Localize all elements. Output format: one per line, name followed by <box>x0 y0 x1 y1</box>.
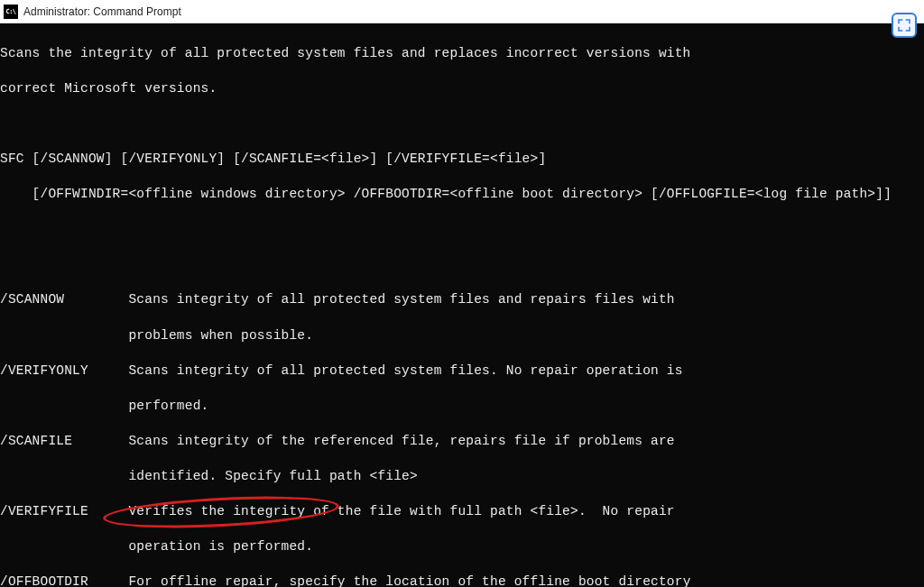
expand-icon <box>896 17 912 33</box>
output-line: Scans the integrity of all protected sys… <box>0 45 924 63</box>
output-blank <box>0 221 924 239</box>
output-line: SFC [/SCANNOW] [/VERIFYONLY] [/SCANFILE=… <box>0 151 924 169</box>
option-desc: For offline repair, specify the location… <box>128 574 690 587</box>
option-key: /VERIFYFILE <box>0 504 88 518</box>
option-line: performed. <box>0 398 924 416</box>
option-key: /OFFBOOTDIR <box>0 574 88 587</box>
option-line: /SCANNOW Scans integrity of all protecte… <box>0 291 924 309</box>
option-key: /SCANNOW <box>0 292 64 307</box>
option-desc: Scans integrity of all protected system … <box>128 292 674 307</box>
option-line: operation is performed. <box>0 538 924 556</box>
option-key: /SCANFILE <box>0 434 72 448</box>
window-title-bar: C:\ Administrator: Command Prompt <box>0 0 924 23</box>
option-key: /VERIFYONLY <box>0 363 88 378</box>
option-line: /OFFBOOTDIR For offline repair, specify … <box>0 573 924 587</box>
option-desc: Scans integrity of the referenced file, … <box>128 434 674 448</box>
option-line: /SCANFILE Scans integrity of the referen… <box>0 433 924 451</box>
window-title: Administrator: Command Prompt <box>23 5 181 18</box>
option-desc: Scans integrity of all protected system … <box>128 363 682 378</box>
cmd-icon: C:\ <box>4 5 18 19</box>
option-desc: Verifies the integrity of the file with … <box>128 504 674 518</box>
cmd-icon-label: C:\ <box>5 8 15 15</box>
terminal-output[interactable]: Scans the integrity of all protected sys… <box>0 23 924 587</box>
output-blank <box>0 115 924 133</box>
option-desc: operation is performed. <box>128 539 313 554</box>
option-desc: performed. <box>128 399 208 413</box>
output-line: correct Microsoft versions. <box>0 80 924 98</box>
option-line: problems when possible. <box>0 327 924 345</box>
option-desc: problems when possible. <box>128 328 313 343</box>
option-line: /VERIFYFILE Verifies the integrity of th… <box>0 503 924 521</box>
output-blank <box>0 256 924 274</box>
expand-button[interactable] <box>892 13 917 38</box>
option-desc: identified. Specify full path <file> <box>128 469 417 483</box>
option-line: /VERIFYONLY Scans integrity of all prote… <box>0 362 924 381</box>
option-line: identified. Specify full path <file> <box>0 468 924 486</box>
output-line: [/OFFWINDIR=<offline windows directory> … <box>0 186 924 204</box>
